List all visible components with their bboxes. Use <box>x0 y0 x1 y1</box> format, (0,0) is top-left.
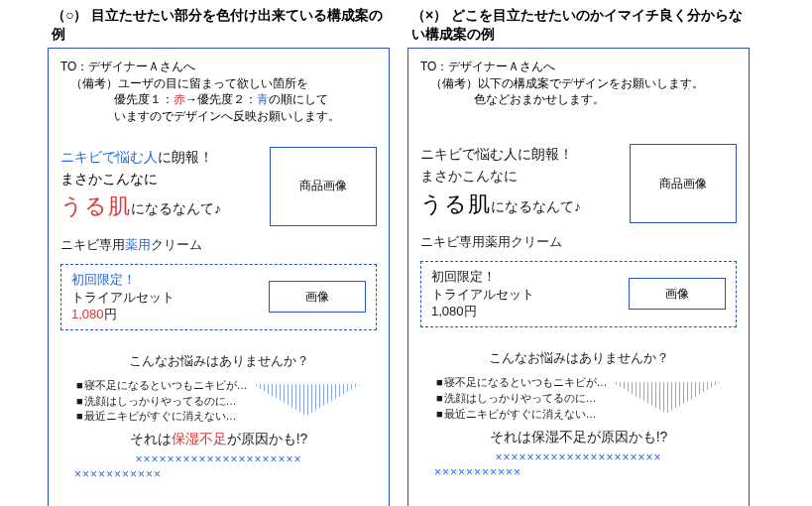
trial-price: 1,080円 <box>71 306 259 323</box>
trial-text: 初回限定！ トライアルセット 1,080円 <box>71 271 259 323</box>
memo-line2: 優先度１：赤→優先度２：青の順にして <box>60 91 377 108</box>
trial-image-placeholder: 画像 <box>629 278 726 310</box>
right-headline-row: ニキビで悩む人に朗報！ まさかこんなに うる肌になるなんて♪ 商品画像 <box>420 144 737 223</box>
list-item: 最近ニキビがすぐに消えない… <box>76 409 248 425</box>
memo-line3: いますのでデザインへ反映お願いします。 <box>60 108 377 125</box>
right-trial-box: 初回限定！ トライアルセット 1,080円 画像 <box>420 261 737 327</box>
headline-l3: うる肌になるなんて♪ <box>60 190 262 223</box>
left-trial-box: 初回限定！ トライアルセット 1,080円 画像 <box>60 264 377 330</box>
memo-l2b: →優先度２： <box>185 92 257 106</box>
headline-l3-big: うる肌 <box>60 193 131 218</box>
list-item: 洗顔はしっかりやってるのに… <box>76 394 248 410</box>
worries-list: 寝不足になるといつもニキビが… 洗顔はしっかりやってるのに… 最近ニキビがすぐに… <box>76 378 248 426</box>
left-column: （○） 目立たせたい部分を色付け出来ている構成案の例 TO：デザイナーＡさんへ … <box>48 6 390 506</box>
trial-l1: 初回限定！ <box>431 268 619 286</box>
trial-price-unit: 円 <box>104 307 117 321</box>
memo-l2-blue: 青 <box>257 92 269 106</box>
memo-label: （備考） <box>430 76 478 90</box>
right-title-prefix: （×） <box>411 7 447 23</box>
headline-l2: まさかこんなに <box>60 169 262 190</box>
svg-marker-5 <box>612 382 721 414</box>
right-answer: それは保湿不足が原因かも!? <box>420 429 737 446</box>
trial-price: 1,080円 <box>431 303 619 320</box>
memo-line2: 色などおまかせします。 <box>420 91 737 108</box>
sub-a: ニキビ専用 <box>60 237 125 252</box>
memo-to: TO：デザイナーＡさんへ <box>60 59 377 75</box>
right-title-main: どこを目立たせたいのかイマイチ良く分からない構成案の例 <box>411 7 743 42</box>
xline-1: ××××××××××××××××××××× <box>60 452 377 467</box>
img2-label: 画像 <box>665 286 689 303</box>
left-worries: こんなお悩みはありませんか？ 寝不足になるといつもニキビが… 洗顔はしっかりやっ… <box>60 352 377 483</box>
worries-list: 寝不足になるといつもニキビが… 洗顔はしっかりやってるのに… 最近ニキビがすぐに… <box>436 375 608 423</box>
headline-l1-blue: ニキビで悩む人 <box>60 149 158 165</box>
answer-a: それは <box>130 431 172 446</box>
list-item: 洗顔はしっかりやってるのに… <box>436 391 608 407</box>
trial-l2: トライアルセット <box>71 289 259 307</box>
page: （○） 目立たせたい部分を色付け出来ている構成案の例 TO：デザイナーＡさんへ … <box>0 0 812 506</box>
worries-q: こんなお悩みはありませんか？ <box>60 352 377 370</box>
left-memo: TO：デザイナーＡさんへ （備考）ユーザの目に留まって欲しい箇所を 優先度１：赤… <box>60 59 377 125</box>
svg-marker-2 <box>252 384 361 416</box>
arrow-down-icon <box>252 384 361 416</box>
right-worries: こんなお悩みはありませんか？ 寝不足になるといつもニキビが… 洗顔はしっかりやっ… <box>420 349 737 480</box>
memo-label: （備考） <box>70 76 118 90</box>
trial-text: 初回限定！ トライアルセット 1,080円 <box>431 268 619 320</box>
headline-l3-big: うる肌 <box>420 191 491 216</box>
list-item: 最近ニキビがすぐに消えない… <box>436 407 608 423</box>
left-panel: TO：デザイナーＡさんへ （備考）ユーザの目に留まって欲しい箇所を 優先度１：赤… <box>48 48 390 506</box>
memo-line1: （備考）ユーザの目に留まって欲しい箇所を <box>60 75 377 92</box>
sub-b: クリーム <box>151 237 202 252</box>
memo-l1: 以下の構成案でデザインをお願いします。 <box>478 76 704 90</box>
memo-l1a: ユーザの目に留まって欲しい箇所を <box>118 76 308 90</box>
trial-price-num: 1,080 <box>71 307 104 321</box>
xline-2: ××××××××××× <box>420 465 737 480</box>
img2-label: 画像 <box>305 289 329 306</box>
headline-l3-rest: になるなんて♪ <box>131 200 221 216</box>
xline-2: ××××××××××× <box>60 467 377 482</box>
trial-image-placeholder: 画像 <box>269 281 366 313</box>
sub-blue: 薬用 <box>125 237 151 252</box>
memo-l2-red: 赤 <box>174 92 185 106</box>
trial-l2: トライアルセット <box>431 286 619 304</box>
product-image-placeholder: 商品画像 <box>630 144 737 223</box>
xline-1: ××××××××××××××××××××× <box>420 450 737 465</box>
headline-l3-rest: になるなんて♪ <box>491 198 581 214</box>
answer-red: 保湿不足 <box>172 431 227 446</box>
list-item: 寝不足になるといつもニキビが… <box>436 375 608 391</box>
left-answer: それは保湿不足が原因かも!? <box>60 431 377 448</box>
headline-l1: ニキビで悩む人に朗報！ <box>420 144 622 166</box>
memo-to: TO：デザイナーＡさんへ <box>420 59 737 75</box>
list-item: 寝不足になるといつもニキビが… <box>76 378 248 394</box>
trial-l1: 初回限定！ <box>71 271 259 289</box>
img-label: 商品画像 <box>659 176 707 192</box>
right-column: （×） どこを目立たせたいのかイマイチ良く分からない構成案の例 TO：デザイナー… <box>407 6 750 506</box>
arrow-down-icon <box>612 382 721 414</box>
headline-l1-rest: に朗報！ <box>158 149 213 165</box>
memo-line1: （備考）以下の構成案でデザインをお願いします。 <box>420 75 737 92</box>
right-headline: ニキビで悩む人に朗報！ まさかこんなに うる肌になるなんて♪ <box>420 144 622 223</box>
memo-l2c: の順にして <box>269 92 328 106</box>
right-subline: ニキビ専用薬用クリーム <box>420 233 737 251</box>
left-subline: ニキビ専用薬用クリーム <box>60 236 377 254</box>
product-image-placeholder: 商品画像 <box>270 147 377 226</box>
memo-l2a: 優先度１： <box>114 92 174 106</box>
left-title: （○） 目立たせたい部分を色付け出来ている構成案の例 <box>48 6 390 48</box>
worries-q: こんなお悩みはありませんか？ <box>420 349 737 367</box>
left-title-prefix: （○） <box>52 7 87 23</box>
right-title: （×） どこを目立たせたいのかイマイチ良く分からない構成案の例 <box>407 6 750 48</box>
headline-l3: うる肌になるなんて♪ <box>420 188 622 221</box>
img-label: 商品画像 <box>299 178 347 194</box>
left-headline-row: ニキビで悩む人に朗報！ まさかこんなに うる肌になるなんて♪ 商品画像 <box>60 147 377 226</box>
headline-l1: ニキビで悩む人に朗報！ <box>60 147 262 169</box>
right-memo: TO：デザイナーＡさんへ （備考）以下の構成案でデザインをお願いします。 色など… <box>420 59 737 108</box>
headline-l2: まさかこんなに <box>420 166 622 188</box>
right-panel: TO：デザイナーＡさんへ （備考）以下の構成案でデザインをお願いします。 色など… <box>407 48 750 506</box>
answer-b: が原因かも!? <box>227 431 308 446</box>
left-title-main: 目立たせたい部分を色付け出来ている構成案の例 <box>52 7 383 42</box>
left-headline: ニキビで悩む人に朗報！ まさかこんなに うる肌になるなんて♪ <box>60 147 262 226</box>
